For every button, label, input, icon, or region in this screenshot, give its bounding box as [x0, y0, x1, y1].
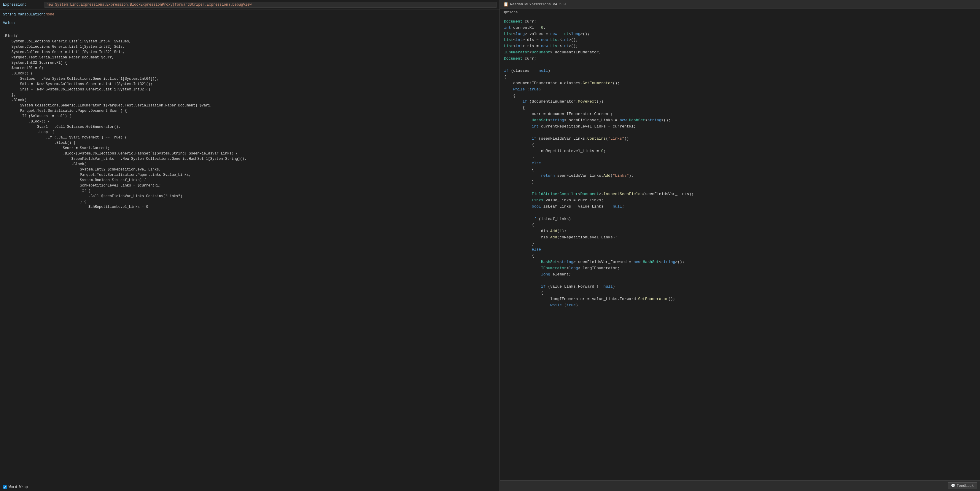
bottom-bar: Word Wrap — [0, 483, 500, 491]
right-code-area[interactable]: Document curr; int currentRl = 0; List<l… — [500, 16, 980, 480]
string-manipulation-row: String manipulation: None — [0, 10, 500, 19]
string-manipulation-label: String manipulation: — [3, 13, 46, 17]
string-manipulation-value: None — [46, 13, 496, 17]
feedback-bar: 💬 Feedback — [500, 480, 980, 491]
feedback-label: Feedback — [956, 484, 974, 488]
word-wrap-checkbox[interactable] — [3, 485, 7, 489]
expression-row: Expression: — [0, 0, 500, 10]
left-code-area[interactable]: .Block( System.Collections.Generic.List`… — [0, 26, 500, 483]
right-panel: 📋 ReadableExpressions v4.5.0 Options Doc… — [500, 0, 980, 491]
expression-input[interactable] — [45, 2, 496, 8]
feedback-button[interactable]: 💬 Feedback — [948, 482, 977, 489]
app-icon: 📋 — [503, 2, 508, 7]
feedback-icon: 💬 — [951, 484, 955, 488]
app-title: ReadableExpressions v4.5.0 — [510, 2, 566, 6]
value-label: Value: — [0, 19, 500, 26]
right-title-bar: 📋 ReadableExpressions v4.5.0 — [500, 0, 980, 9]
options-bar[interactable]: Options — [500, 9, 980, 16]
expression-label: Expression: — [3, 3, 45, 7]
word-wrap-label: Word Wrap — [9, 485, 28, 489]
options-label: Options — [503, 10, 518, 14]
left-panel: Expression: String manipulation: None Va… — [0, 0, 500, 491]
